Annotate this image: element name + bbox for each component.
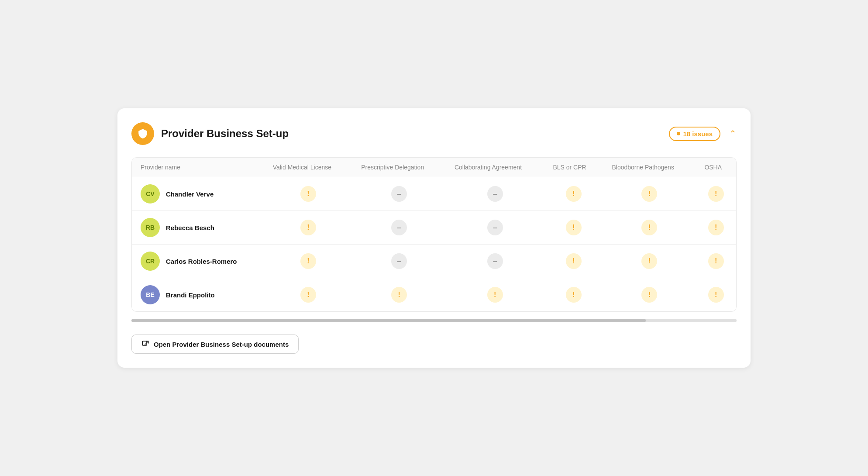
status-cell: ! (544, 245, 603, 278)
warning-icon[interactable]: ! (300, 253, 316, 269)
col-collaborating-agreement: Collaborating Agreement (446, 158, 544, 177)
neutral-icon[interactable]: – (487, 186, 503, 202)
warning-icon[interactable]: ! (641, 220, 657, 235)
neutral-icon[interactable]: – (391, 253, 407, 269)
neutral-icon[interactable]: – (391, 186, 407, 202)
warning-icon[interactable]: ! (641, 287, 657, 303)
status-cell: ! (696, 278, 736, 312)
provider-business-card: Provider Business Set-up 18 issues ⌃ Pro… (117, 108, 751, 368)
warning-icon[interactable]: ! (641, 253, 657, 269)
table-header: Provider name Valid Medical License Pres… (132, 158, 736, 177)
scrollbar-track[interactable] (131, 319, 737, 322)
collapse-chevron-icon[interactable]: ⌃ (729, 128, 737, 139)
col-valid-medical-license: Valid Medical License (264, 158, 353, 177)
status-cell: – (352, 245, 446, 278)
table-row[interactable]: BE Brandi Eppolito !!!!!! (132, 278, 736, 312)
provider-name: Rebecca Besch (166, 223, 214, 232)
warning-icon[interactable]: ! (391, 287, 407, 303)
warning-icon[interactable]: ! (708, 186, 724, 202)
col-bls-cpr: BLS or CPR (544, 158, 603, 177)
issues-count: 18 issues (683, 130, 713, 138)
warning-icon[interactable]: ! (300, 287, 316, 303)
external-link-icon (141, 340, 149, 348)
col-osha: OSHA (696, 158, 736, 177)
table-row[interactable]: RB Rebecca Besch !––!!! (132, 211, 736, 245)
issues-badge: 18 issues (669, 127, 720, 141)
provider-name: Chandler Verve (166, 190, 214, 199)
warning-icon[interactable]: ! (566, 287, 582, 303)
providers-table: Provider name Valid Medical License Pres… (132, 158, 736, 311)
col-bloodborne-pathogens: Bloodborne Pathogens (603, 158, 696, 177)
warning-icon[interactable]: ! (566, 220, 582, 235)
table-body: CV Chandler Verve !––!!! RB Rebecca Besc… (132, 177, 736, 312)
status-cell: ! (603, 245, 696, 278)
status-cell: ! (544, 211, 603, 245)
status-cell: ! (264, 177, 353, 211)
provider-cell-1: RB Rebecca Besch (132, 211, 264, 245)
header-right: 18 issues ⌃ (669, 127, 737, 141)
warning-icon[interactable]: ! (300, 220, 316, 235)
warning-icon[interactable]: ! (566, 186, 582, 202)
issues-dot (677, 132, 680, 135)
status-cell: ! (446, 278, 544, 312)
status-cell: ! (264, 245, 353, 278)
warning-icon[interactable]: ! (566, 253, 582, 269)
warning-icon[interactable]: ! (641, 186, 657, 202)
provider-name: Brandi Eppolito (166, 290, 215, 300)
status-cell: ! (696, 211, 736, 245)
avatar: BE (141, 285, 160, 304)
warning-icon[interactable]: ! (487, 287, 503, 303)
shield-svg (137, 128, 148, 139)
neutral-icon[interactable]: – (487, 220, 503, 235)
status-cell: ! (352, 278, 446, 312)
avatar: CR (141, 252, 160, 271)
header-left: Provider Business Set-up (131, 122, 289, 145)
status-cell: ! (544, 177, 603, 211)
scrollbar-thumb (131, 319, 646, 322)
provider-name: Carlos Robles-Romero (166, 257, 237, 266)
status-cell: ! (544, 278, 603, 312)
table-row[interactable]: CV Chandler Verve !––!!! (132, 177, 736, 211)
status-cell: ! (264, 211, 353, 245)
provider-cell-3: BE Brandi Eppolito (132, 278, 264, 312)
open-docs-label: Open Provider Business Set-up documents (154, 341, 289, 348)
avatar: CV (141, 184, 160, 204)
provider-cell-0: CV Chandler Verve (132, 177, 264, 211)
status-cell: ! (603, 177, 696, 211)
warning-icon[interactable]: ! (708, 287, 724, 303)
status-cell: ! (696, 245, 736, 278)
status-cell: – (446, 245, 544, 278)
shield-icon (131, 122, 154, 145)
table-row[interactable]: CR Carlos Robles-Romero !––!!! (132, 245, 736, 278)
neutral-icon[interactable]: – (487, 253, 503, 269)
status-cell: ! (264, 278, 353, 312)
status-cell: – (352, 177, 446, 211)
status-cell: – (352, 211, 446, 245)
providers-table-container: Provider name Valid Medical License Pres… (131, 157, 737, 312)
card-header: Provider Business Set-up 18 issues ⌃ (131, 122, 737, 145)
warning-icon[interactable]: ! (708, 220, 724, 235)
status-cell: ! (603, 278, 696, 312)
status-cell: ! (603, 211, 696, 245)
status-cell: ! (696, 177, 736, 211)
header-row: Provider name Valid Medical License Pres… (132, 158, 736, 177)
warning-icon[interactable]: ! (708, 253, 724, 269)
status-cell: – (446, 177, 544, 211)
col-prescriptive-delegation: Prescriptive Delegation (352, 158, 446, 177)
provider-cell-2: CR Carlos Robles-Romero (132, 245, 264, 278)
avatar: RB (141, 218, 160, 237)
status-cell: – (446, 211, 544, 245)
open-docs-button[interactable]: Open Provider Business Set-up documents (131, 335, 299, 354)
neutral-icon[interactable]: – (391, 220, 407, 235)
page-title: Provider Business Set-up (161, 128, 289, 140)
warning-icon[interactable]: ! (300, 186, 316, 202)
col-provider-name: Provider name (132, 158, 264, 177)
